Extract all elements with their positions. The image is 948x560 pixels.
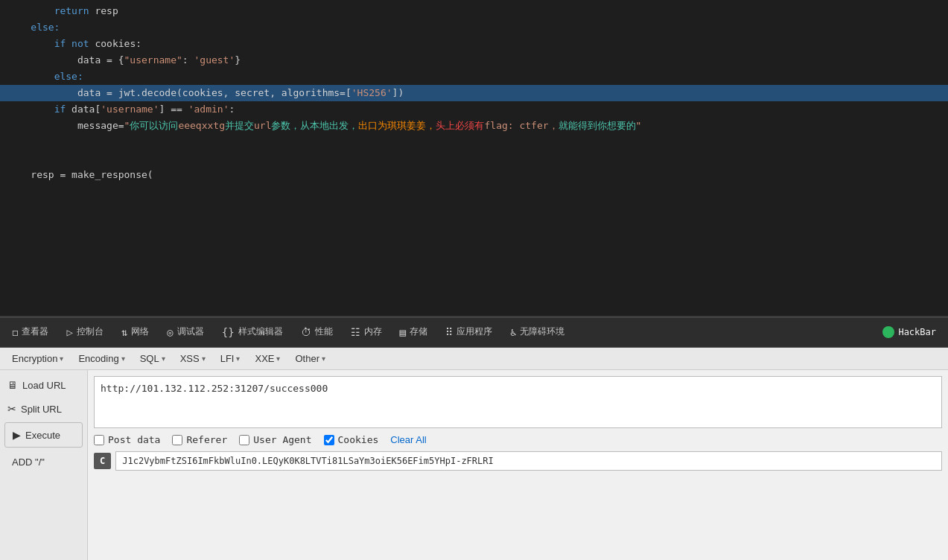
code-line: data = {"username": 'guest'} xyxy=(0,52,948,69)
encoding-menu[interactable]: Encoding ▾ xyxy=(72,351,130,366)
cookie-row: C xyxy=(94,451,942,471)
code-line: message="你可以访问eeeqxxtg并提交url参数，从本地出发，出口为… xyxy=(0,118,948,134)
execute-button[interactable]: ▶ Execute xyxy=(4,422,83,448)
code-area: return resp else: if not cookies: data =… xyxy=(0,0,948,316)
clear-all-button[interactable]: Clear All xyxy=(390,434,426,445)
post-data-checkbox[interactable] xyxy=(94,435,104,445)
hackbar-dot-icon xyxy=(882,326,894,338)
tab-storage[interactable]: ▤ 存储 xyxy=(391,317,436,349)
tab-inspector[interactable]: ◻ 查看器 xyxy=(3,317,57,349)
code-line: if data['username'] == 'admin': xyxy=(0,101,948,118)
tab-memory[interactable]: ☷ 内存 xyxy=(342,317,391,349)
tab-network[interactable]: ⇅ 网络 xyxy=(112,317,158,349)
load-url-button[interactable]: 🖥 Load URL xyxy=(0,373,87,397)
code-line: else: xyxy=(0,69,948,85)
devtools-toolbar: ◻ 查看器 ▷ 控制台 ⇅ 网络 ◎ 调试器 {} 样式编辑器 ⏱ 性能 ☷ 内… xyxy=(0,316,948,348)
encryption-menu[interactable]: Encryption ▾ xyxy=(6,351,69,366)
cookie-input[interactable] xyxy=(115,451,942,471)
tab-accessibility[interactable]: ♿ 无障碍环境 xyxy=(501,317,573,349)
code-line xyxy=(0,200,948,216)
referer-checkbox[interactable] xyxy=(172,435,182,445)
code-line: if not cookies: xyxy=(0,36,948,52)
split-url-button[interactable]: ✂ Split URL xyxy=(0,397,87,421)
load-url-icon: 🖥 xyxy=(7,379,18,391)
accessibility-icon: ♿ xyxy=(510,326,516,338)
hackbar-panel: Encryption ▾ Encoding ▾ SQL ▾ XSS ▾ LFI … xyxy=(0,348,948,560)
style-editor-icon: {} xyxy=(222,326,235,338)
split-url-icon: ✂ xyxy=(7,403,16,415)
lfi-menu[interactable]: LFI ▾ xyxy=(214,351,246,366)
sql-menu[interactable]: SQL ▾ xyxy=(134,351,171,366)
url-input[interactable]: http://101.132.112.252:31207/success000 xyxy=(94,376,942,428)
tab-hackbar[interactable]: HackBar xyxy=(874,317,945,349)
options-row: Post data Referer User Agent Cookies Cle… xyxy=(94,433,942,447)
user-agent-checkbox[interactable] xyxy=(239,435,249,445)
user-agent-checkbox-label[interactable]: User Agent xyxy=(239,434,311,445)
execute-icon: ▶ xyxy=(13,429,21,441)
post-data-checkbox-label[interactable]: Post data xyxy=(94,434,160,445)
console-icon: ▷ xyxy=(66,326,72,338)
code-line-highlighted: data = jwt.decode(cookies, secret, algor… xyxy=(0,85,948,101)
hackbar-content: 🖥 Load URL ✂ Split URL ▶ Execute ADD "/"… xyxy=(0,370,948,560)
code-line xyxy=(0,134,948,150)
chevron-down-icon: ▾ xyxy=(276,354,280,363)
apps-icon: ⠿ xyxy=(445,326,453,338)
cookies-checkbox[interactable] xyxy=(324,435,334,445)
tab-performance[interactable]: ⏱ 性能 xyxy=(292,317,342,349)
network-icon: ⇅ xyxy=(121,326,127,338)
cookie-type-label: C xyxy=(94,453,111,469)
inspector-icon: ◻ xyxy=(12,326,18,338)
chevron-down-icon: ▾ xyxy=(60,354,63,363)
other-menu[interactable]: Other ▾ xyxy=(289,351,331,366)
performance-icon: ⏱ xyxy=(301,326,311,338)
code-line: resp = make_response( xyxy=(0,167,948,183)
memory-icon: ☷ xyxy=(351,326,360,338)
referer-checkbox-label[interactable]: Referer xyxy=(172,434,227,445)
chevron-down-icon: ▾ xyxy=(202,354,206,363)
hackbar-sidebar: 🖥 Load URL ✂ Split URL ▶ Execute ADD "/" xyxy=(0,370,88,560)
chevron-down-icon: ▾ xyxy=(162,354,165,363)
code-line: else: xyxy=(0,19,948,36)
add-slash-button[interactable]: ADD "/" xyxy=(4,451,83,474)
chevron-down-icon: ▾ xyxy=(121,354,125,363)
xss-menu[interactable]: XSS ▾ xyxy=(174,351,211,366)
code-line xyxy=(0,216,948,232)
chevron-down-icon: ▾ xyxy=(322,354,325,363)
code-line xyxy=(0,150,948,167)
storage-icon: ▤ xyxy=(400,326,406,338)
tab-console[interactable]: ▷ 控制台 xyxy=(57,317,112,349)
code-line: return resp xyxy=(0,3,948,19)
cookies-checkbox-label[interactable]: Cookies xyxy=(324,434,379,445)
code-line xyxy=(0,183,948,200)
tab-debugger[interactable]: ◎ 调试器 xyxy=(158,317,212,349)
xxe-menu[interactable]: XXE ▾ xyxy=(249,351,286,366)
debugger-icon: ◎ xyxy=(167,326,173,338)
chevron-down-icon: ▾ xyxy=(236,354,240,363)
tab-apps[interactable]: ⠿ 应用程序 xyxy=(436,317,501,349)
hackbar-subtoolbar: Encryption ▾ Encoding ▾ SQL ▾ XSS ▾ LFI … xyxy=(0,348,948,370)
hackbar-main: http://101.132.112.252:31207/success000 … xyxy=(88,370,948,560)
tab-style-editor[interactable]: {} 样式编辑器 xyxy=(213,317,292,349)
